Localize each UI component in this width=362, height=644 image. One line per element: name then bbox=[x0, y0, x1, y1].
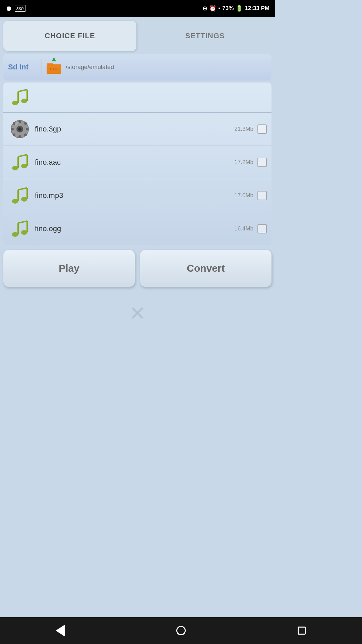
svg-line-25 bbox=[18, 155, 27, 157]
file-checkbox[interactable] bbox=[257, 124, 267, 134]
music-icon bbox=[8, 86, 32, 109]
svg-point-3 bbox=[53, 68, 54, 70]
svg-point-22 bbox=[21, 164, 27, 168]
file-list: fino.3gp 21.3Mb fino.aac 17.2Mb bbox=[3, 83, 272, 245]
list-item[interactable] bbox=[3, 83, 272, 113]
minus-icon: ⊖ bbox=[202, 5, 207, 12]
file-size: 17.0Mb bbox=[234, 192, 253, 199]
svg-point-4 bbox=[55, 68, 57, 70]
settings-tab[interactable]: SETTINGS bbox=[138, 21, 272, 51]
svg-point-15 bbox=[11, 128, 14, 130]
svg-rect-1 bbox=[47, 66, 61, 67]
music-icon bbox=[8, 184, 32, 207]
svg-line-35 bbox=[18, 221, 27, 223]
status-right: ⊖ ⏰ ▪ 73% 🔋 12:33 PM bbox=[202, 5, 269, 12]
svg-point-32 bbox=[21, 230, 27, 235]
list-item[interactable]: fino.mp3 17.0Mb bbox=[3, 179, 272, 212]
file-name: fino.ogg bbox=[32, 224, 234, 233]
file-name: fino.mp3 bbox=[32, 191, 234, 200]
convert-button[interactable]: Convert bbox=[140, 250, 272, 287]
svg-point-26 bbox=[12, 199, 18, 204]
svg-point-2 bbox=[50, 68, 51, 70]
list-item[interactable]: fino.ogg 16.4Mb bbox=[3, 212, 272, 245]
music-icon bbox=[8, 151, 32, 174]
svg-point-20 bbox=[13, 133, 15, 136]
watermark-icon: ✕ bbox=[129, 302, 146, 325]
svg-point-27 bbox=[21, 197, 27, 202]
sim-icon: ▪ bbox=[218, 5, 220, 12]
file-size: 16.4Mb bbox=[234, 225, 253, 232]
svg-point-6 bbox=[21, 99, 27, 103]
alarm-icon: ⏰ bbox=[209, 5, 216, 12]
status-bar: ⏺ ssh ⊖ ⏰ ▪ 73% 🔋 12:33 PM bbox=[0, 0, 275, 17]
svg-point-16 bbox=[26, 128, 28, 130]
battery-icon: 🔋 bbox=[236, 5, 243, 12]
watermark-area: ✕ bbox=[0, 291, 275, 335]
music-icon bbox=[8, 217, 32, 240]
file-size: 21.3Mb bbox=[234, 126, 253, 132]
file-checkbox[interactable] bbox=[257, 224, 267, 233]
upload-arrow-icon: ▲ bbox=[50, 55, 58, 63]
svg-point-14 bbox=[18, 135, 21, 138]
ssh-icon: ssh bbox=[15, 5, 25, 12]
top-tabs: CHOICE FILE SETTINGS bbox=[3, 21, 272, 51]
svg-point-19 bbox=[24, 122, 27, 125]
file-checkbox[interactable] bbox=[257, 191, 267, 200]
sd-int-label: Sd Int bbox=[8, 63, 38, 71]
record-icon: ⏺ bbox=[5, 5, 12, 12]
vertical-divider bbox=[42, 59, 42, 75]
bottom-buttons: Play Convert bbox=[3, 250, 272, 287]
list-item[interactable]: fino.3gp 21.3Mb bbox=[3, 113, 272, 146]
svg-point-21 bbox=[12, 166, 18, 170]
svg-point-5 bbox=[12, 101, 18, 105]
choice-file-tab[interactable]: CHOICE FILE bbox=[3, 21, 136, 51]
svg-line-30 bbox=[18, 188, 27, 190]
svg-point-31 bbox=[12, 232, 18, 237]
file-browser-bar[interactable]: Sd Int ▲ /storage/emulated bbox=[3, 54, 272, 80]
battery-text: 73% bbox=[222, 5, 234, 12]
svg-line-9 bbox=[18, 90, 27, 92]
status-left: ⏺ ssh bbox=[5, 5, 25, 12]
storage-path: /storage/emulated bbox=[66, 64, 267, 71]
file-name: fino.3gp bbox=[32, 125, 234, 133]
svg-point-17 bbox=[13, 122, 15, 125]
svg-point-18 bbox=[24, 133, 27, 136]
time-text: 12:33 PM bbox=[245, 5, 269, 12]
file-checkbox[interactable] bbox=[257, 158, 267, 167]
file-size: 17.2Mb bbox=[234, 159, 253, 166]
play-button[interactable]: Play bbox=[3, 250, 135, 287]
list-item[interactable]: fino.aac 17.2Mb bbox=[3, 146, 272, 179]
folder-icon: ▲ bbox=[46, 59, 62, 75]
file-name: fino.aac bbox=[32, 158, 234, 167]
svg-point-12 bbox=[18, 127, 21, 131]
video-icon bbox=[8, 117, 32, 141]
